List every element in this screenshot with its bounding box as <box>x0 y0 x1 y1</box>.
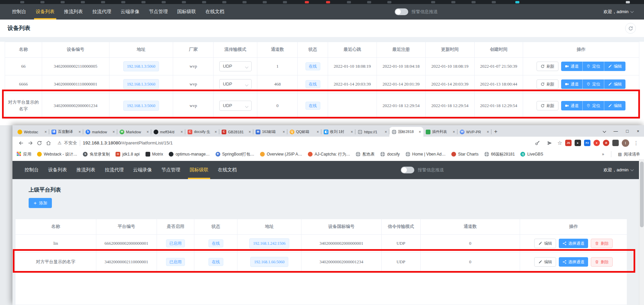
tab-close-icon[interactable]: × <box>453 130 455 134</box>
tab-close-icon[interactable]: × <box>385 130 387 134</box>
extension-icon[interactable]: JS <box>565 140 572 146</box>
tab-close-icon[interactable]: × <box>181 130 183 134</box>
user-menu[interactable]: 欢迎，admin <box>604 167 633 173</box>
new-tab-button[interactable]: + <box>494 128 497 135</box>
scrollbar-thumb[interactable] <box>640 162 644 227</box>
tab-close-icon[interactable]: × <box>249 130 251 134</box>
nav-item-云端录像[interactable]: 云端录像 <box>116 4 144 20</box>
close-icon[interactable]: × <box>637 129 639 134</box>
nav-item-拉流代理[interactable]: 拉流代理 <box>100 161 128 179</box>
nav-item-推流列表[interactable]: 推流列表 <box>72 161 100 179</box>
bookmark-item[interactable]: docsify <box>380 152 399 157</box>
stream-mode-select[interactable]: UDP <box>219 79 252 89</box>
tab-close-icon[interactable]: × <box>317 130 319 134</box>
add-platform-button[interactable]: 添加 <box>29 198 52 208</box>
tab-close-icon[interactable]: × <box>487 130 489 134</box>
bookmark-item[interactable]: optimus-manage… <box>169 152 210 157</box>
tab-close-icon[interactable]: × <box>215 130 217 134</box>
browser-tab[interactable]: 译百度翻译× <box>49 127 83 137</box>
edit-button[interactable]: 编辑 <box>604 79 625 89</box>
nav-item-控制台[interactable]: 控制台 <box>20 161 43 179</box>
nav-item-拉流代理[interactable]: 拉流代理 <box>88 4 116 20</box>
bookmark-item[interactable]: AJ-Captcha: 行为… <box>308 151 350 157</box>
nav-item-推流列表[interactable]: 推流列表 <box>59 4 88 20</box>
channels-button[interactable]: 通道 <box>561 79 583 89</box>
browser-tab[interactable]: WWVP-PR× <box>457 127 491 137</box>
extension-icon[interactable]: ⊘ <box>603 140 609 146</box>
browser-tab[interactable]: https://1× <box>355 127 389 137</box>
alarm-toggle[interactable] <box>401 167 414 173</box>
stream-mode-select[interactable]: UDP <box>219 61 252 71</box>
nav-item-在线文档[interactable]: 在线文档 <box>201 4 229 20</box>
browser-tab[interactable]: 插件列表× <box>423 127 457 137</box>
extension-icon[interactable]: ● <box>593 140 600 146</box>
extension-icon[interactable] <box>612 140 619 146</box>
tab-close-icon[interactable]: × <box>44 130 47 134</box>
browser-tab[interactable]: QQQ邮箱× <box>287 127 321 137</box>
nav-item-节点管理[interactable]: 节点管理 <box>144 4 172 20</box>
browser-tab[interactable]: CGB28181× <box>219 127 253 137</box>
edit-button[interactable]: 编辑 <box>604 62 625 71</box>
nav-item-设备列表[interactable]: 设备列表 <box>43 161 72 179</box>
bookmark-item[interactable]: Overview (JSIP A… <box>260 152 302 157</box>
avatar[interactable]: I <box>622 139 629 147</box>
browser-tab[interactable]: Webstac× <box>15 127 49 137</box>
send-icon[interactable] <box>545 138 554 147</box>
refresh-row-button[interactable]: 刷新 <box>537 79 558 89</box>
tab-close-icon[interactable]: × <box>147 130 149 134</box>
minimize-icon[interactable]: — <box>614 129 618 134</box>
user-menu[interactable]: 欢迎，admin <box>604 9 633 15</box>
nav-item-在线文档[interactable]: 在线文档 <box>213 161 242 179</box>
site-security[interactable]: ⚠ 不安全 <box>58 140 77 146</box>
locate-button[interactable]: 定位 <box>583 79 604 89</box>
delete-button[interactable]: 删除 <box>591 239 613 248</box>
forward-icon[interactable] <box>26 138 35 147</box>
nav-item-设备列表[interactable]: 设备列表 <box>31 4 59 20</box>
bookmark-item[interactable]: Home | Vben Ad… <box>406 152 446 157</box>
nav-item-控制台[interactable]: 控制台 <box>7 4 31 20</box>
bookmark-item[interactable]: 配色表 <box>356 151 375 157</box>
tab-close-icon[interactable]: × <box>78 130 81 134</box>
maximize-icon[interactable]: □ <box>626 129 629 134</box>
tab-close-icon[interactable]: × <box>283 130 285 134</box>
refresh-row-button[interactable]: 刷新 <box>537 62 558 71</box>
select-channels-button[interactable]: 选择通道 <box>559 239 588 248</box>
bookmark-item[interactable]: Webstack - 设计… <box>37 151 77 157</box>
bookmark-item[interactable]: S免登录复制 <box>83 151 110 157</box>
browser-tab[interactable]: M163邮箱× <box>253 127 287 137</box>
bookmark-item[interactable]: QLiveGBS <box>520 152 543 157</box>
home-icon[interactable] <box>44 138 53 147</box>
nav-item-国标级联[interactable]: 国标级联 <box>185 161 213 179</box>
locate-button[interactable]: 定位 <box>583 62 604 71</box>
reading-list-button[interactable]: ▤ 阅读清单 <box>618 151 640 157</box>
browser-tab[interactable]: meff34/d× <box>151 127 185 137</box>
bookmark-item[interactable]: Motrix <box>146 152 163 157</box>
browser-tab[interactable]: MMarkdow× <box>117 127 151 137</box>
apps-shortcut[interactable]: 应用 <box>17 151 31 157</box>
browser-menu-icon[interactable]: ⋮ <box>632 140 640 146</box>
tab-close-icon[interactable]: × <box>112 130 115 134</box>
bookmark-item[interactable]: ✚SpringBoot打包… <box>216 151 254 157</box>
bookmark-item[interactable]: 66国标28181 <box>484 151 515 157</box>
edit-button[interactable]: 编辑 <box>534 239 556 248</box>
nav-item-节点管理[interactable]: 节点管理 <box>157 161 185 179</box>
nav-item-国标级联[interactable]: 国标级联 <box>172 4 201 20</box>
bookmark-item[interactable]: Star Charts <box>451 152 479 157</box>
bookmarks-overflow-icon[interactable]: » <box>602 152 604 157</box>
back-icon[interactable] <box>17 138 26 147</box>
bookmark-star-icon[interactable]: ☆ <box>557 140 562 146</box>
address-bar[interactable]: 192.168.1.3:18080/#/parentPlatformList/1… <box>83 140 173 145</box>
tab-close-icon[interactable]: × <box>419 130 421 134</box>
address-chip[interactable]: 192.168.1.3:5060 <box>123 61 159 72</box>
extension-icon[interactable]: ▸ <box>575 140 581 146</box>
nav-item-云端录像[interactable]: 云端录像 <box>128 161 157 179</box>
browser-tab[interactable]: Cdocsify 生× <box>185 127 219 137</box>
refresh-button[interactable] <box>625 23 636 34</box>
channels-button[interactable]: 通道 <box>561 62 583 71</box>
extension-icon[interactable]: F2 <box>584 140 590 146</box>
reload-icon[interactable] <box>35 138 44 147</box>
browser-tab[interactable]: ◧收到 1封× <box>321 127 355 137</box>
address-chip[interactable]: 192.168.1.3:5060 <box>123 79 159 90</box>
browser-tab[interactable]: bmarkdow× <box>83 127 117 137</box>
alarm-toggle[interactable] <box>395 8 408 15</box>
